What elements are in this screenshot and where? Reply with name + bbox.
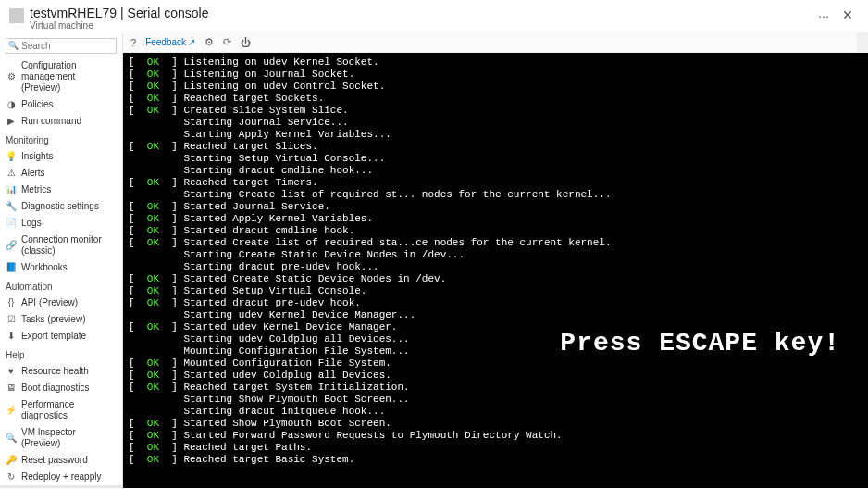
sidebar-item-metrics[interactable]: 📊Metrics [0, 182, 122, 198]
more-button[interactable]: ... [811, 6, 837, 20]
sidebar-item-label: Configuration management (Preview) [21, 60, 117, 94]
perfdiag-icon: ⚡ [6, 405, 17, 416]
sidebar-item-label: Policies [21, 99, 53, 110]
sidebar-item-export[interactable]: ⬇Export template [0, 328, 122, 345]
sidebar-item-vminsp[interactable]: 🔍VM Inspector (Preview) [0, 424, 122, 452]
vminsp-icon: 🔍 [6, 433, 17, 444]
body: 🔍 ⚙Configuration management (Preview) ◑P… [0, 32, 868, 488]
api-icon: {} [6, 297, 17, 308]
sidebar-item-resetpw[interactable]: 🔑Reset password [0, 452, 122, 469]
sidebar: 🔍 ⚙Configuration management (Preview) ◑P… [0, 32, 123, 488]
sidebar-item-label: Metrics [21, 184, 51, 195]
search-box: 🔍 [6, 38, 117, 54]
section-monitoring: Monitoring [0, 130, 122, 148]
bootdiag-icon: 🖥 [6, 382, 17, 394]
diag-icon: 🔧 [6, 201, 17, 212]
page-subtitle: Virtual machine [30, 20, 811, 31]
tasks-icon: ☑ [6, 314, 17, 325]
sidebar-item-label: Workbooks [21, 262, 68, 273]
sidebar-item-api[interactable]: {}API (Preview) [0, 295, 122, 311]
serial-console-output[interactable]: [ OK ] Listening on udev Kernel Socket. … [123, 53, 868, 488]
insights-icon: 💡 [6, 151, 17, 162]
sidebar-item-label: Diagnostic settings [21, 201, 99, 212]
sidebar-item-label: VM Inspector (Preview) [21, 427, 117, 449]
sidebar-item-label: Alerts [21, 168, 45, 179]
overlay-message: Press ESCAPE key! [560, 329, 840, 357]
sidebar-item-insights[interactable]: 💡Insights [0, 148, 122, 165]
header-text: testvmRHEL79 | Serial console Virtual ma… [30, 6, 811, 31]
alerts-icon: ⚠ [6, 168, 17, 179]
workbooks-icon: 📘 [6, 262, 17, 273]
sidebar-item-label: Export template [21, 331, 86, 342]
sidebar-item-alerts[interactable]: ⚠Alerts [0, 165, 122, 182]
resetpw-icon: 🔑 [6, 455, 17, 466]
feedback-label: Feedback [145, 37, 186, 47]
sidebar-item-label: Resource health [21, 366, 89, 377]
sidebar-item-perfdiag[interactable]: ⚡Performance diagnostics [0, 396, 122, 424]
sidebar-item-label: Performance diagnostics [21, 399, 117, 421]
sidebar-item-label: Logs [21, 218, 42, 229]
export-icon: ⬇ [6, 331, 17, 342]
sidebar-item-label: Boot diagnostics [21, 382, 89, 394]
restart-button[interactable]: ⟳ [223, 36, 231, 48]
search-icon: 🔍 [8, 41, 19, 50]
run-icon: ▶ [6, 116, 17, 127]
sidebar-item-redeploy[interactable]: ↻Redeploy + reapply [0, 469, 122, 485]
metrics-icon: 📊 [6, 184, 17, 195]
sidebar-item-tasks[interactable]: ☑Tasks (preview) [0, 311, 122, 328]
section-help: Help [0, 345, 122, 363]
sidebar-item-label: Reset password [21, 455, 88, 466]
external-link-icon: ↗ [188, 37, 195, 47]
sidebar-item-run[interactable]: ▶Run command [0, 113, 122, 130]
console-toolbar: ? Feedback↗ ⚙ ⟳ ⏻ [123, 32, 868, 53]
sidebar-item-label: API (Preview) [21, 297, 78, 308]
feedback-link[interactable]: Feedback↗ [145, 37, 195, 47]
sidebar-item-label: Redeploy + reapply [21, 471, 101, 483]
sidebar-item-bootdiag[interactable]: 🖥Boot diagnostics [0, 380, 122, 396]
reshealth-icon: ♥ [6, 366, 17, 377]
page-title: testvmRHEL79 | Serial console [30, 6, 811, 20]
sidebar-item-label: Insights [21, 151, 53, 162]
sidebar-item-label: Run command [21, 116, 81, 127]
sidebar-item-policies[interactable]: ◑Policies [0, 96, 122, 113]
sidebar-item-config[interactable]: ⚙Configuration management (Preview) [0, 57, 122, 96]
sidebar-item-connmon[interactable]: 🔗Connection monitor (classic) [0, 232, 122, 259]
connmon-icon: 🔗 [6, 240, 17, 251]
config-icon: ⚙ [6, 71, 17, 82]
sidebar-item-diag[interactable]: 🔧Diagnostic settings [0, 198, 122, 215]
help-button[interactable]: ? [130, 37, 136, 48]
settings-button[interactable]: ⚙ [205, 36, 214, 48]
sidebar-item-label: Connection monitor (classic) [21, 234, 117, 257]
vm-icon [9, 8, 24, 23]
sidebar-item-serial[interactable]: ▣Serial console [0, 485, 122, 488]
sidebar-item-logs[interactable]: 📄Logs [0, 215, 122, 232]
section-automation: Automation [0, 276, 122, 295]
sidebar-item-label: Tasks (preview) [21, 314, 85, 325]
close-button[interactable]: ✕ [837, 6, 859, 24]
redeploy-icon: ↻ [6, 471, 17, 483]
logs-icon: 📄 [6, 218, 17, 229]
policies-icon: ◑ [6, 99, 17, 110]
power-button[interactable]: ⏻ [241, 37, 251, 48]
sidebar-item-reshealth[interactable]: ♥Resource health [0, 363, 122, 380]
search-input[interactable] [6, 38, 117, 54]
header-bar: testvmRHEL79 | Serial console Virtual ma… [0, 0, 868, 32]
sidebar-item-workbooks[interactable]: 📘Workbooks [0, 259, 122, 276]
main-panel: ? Feedback↗ ⚙ ⟳ ⏻ [ OK ] Listening on ud… [123, 32, 868, 488]
